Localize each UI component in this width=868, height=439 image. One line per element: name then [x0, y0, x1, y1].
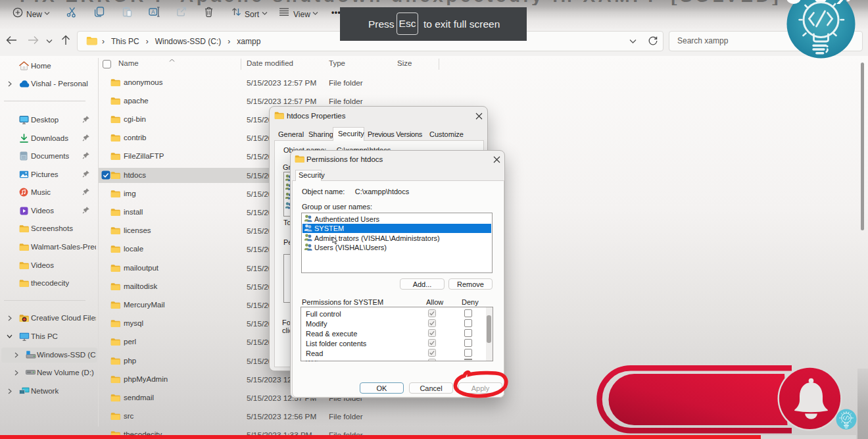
- svg-text:A: A: [151, 9, 155, 15]
